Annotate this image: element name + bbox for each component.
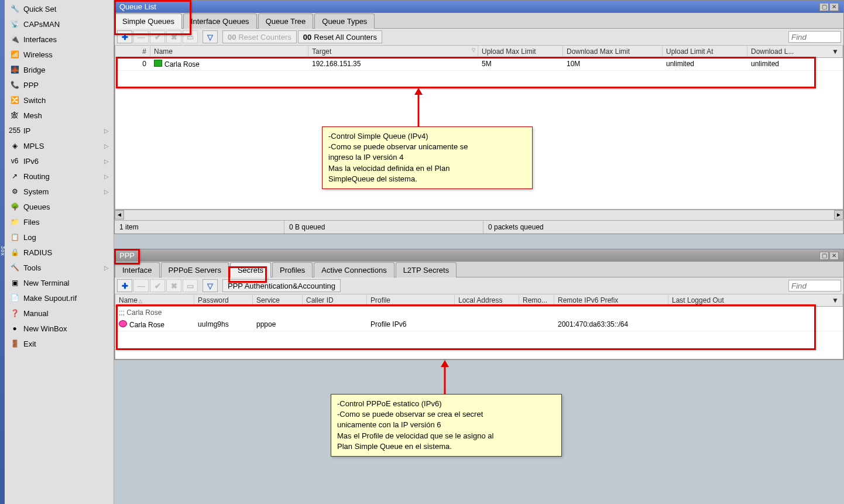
sidebar-item-queues[interactable]: 🌳Queues xyxy=(5,199,114,214)
col-service[interactable]: Service xyxy=(253,294,303,306)
enable-button[interactable]: ✔ xyxy=(150,279,165,292)
sidebar-item-label: Tools xyxy=(23,263,41,272)
tab-active-connections[interactable]: Active Connections xyxy=(314,262,394,277)
sidebar-item-ipv6[interactable]: v6IPv6▷ xyxy=(5,153,114,169)
col-caller[interactable]: Caller ID xyxy=(303,294,367,306)
tab-profiles[interactable]: Profiles xyxy=(272,262,313,277)
ppp-auth-button[interactable]: PPP Authentication&Accounting xyxy=(222,279,341,292)
menu-icon: ⚙ xyxy=(9,187,20,196)
tab-queue-types[interactable]: Queue Types xyxy=(314,13,375,29)
col-num[interactable]: # xyxy=(115,46,150,57)
sidebar-item-capsman[interactable]: 📡CAPsMAN xyxy=(5,16,114,32)
sidebar-item-exit[interactable]: 🚪Exit xyxy=(5,336,114,351)
sidebar-item-new-terminal[interactable]: ▣New Terminal xyxy=(5,275,114,290)
col-name[interactable]: Name xyxy=(150,46,308,57)
col-ipv6[interactable]: Remote IPv6 Prefix xyxy=(554,294,668,306)
arrow-icon xyxy=(439,360,451,394)
scroll-left-button[interactable]: ◄ xyxy=(115,210,124,220)
scroll-right-button[interactable]: ► xyxy=(834,210,843,220)
content-area: Queue List ▢ ✕ Simple QueuesInterface Qu… xyxy=(114,0,844,504)
reset-all-counters-button[interactable]: 00Reset All Counters xyxy=(298,30,382,43)
menu-icon: 📶 xyxy=(9,50,20,59)
sidebar-item-label: System xyxy=(23,187,49,196)
sidebar-item-ip[interactable]: 255IP▷ xyxy=(5,123,114,138)
col-dllim[interactable]: Download L...▼ xyxy=(747,46,843,57)
sidebar-item-bridge[interactable]: 🌉Bridge xyxy=(5,62,114,77)
comment-button[interactable]: ▭ xyxy=(183,30,198,43)
menu-icon: 🔌 xyxy=(9,35,20,44)
enable-button[interactable]: ✔ xyxy=(150,30,165,43)
submenu-arrow-icon: ▷ xyxy=(104,265,109,271)
col-logged[interactable]: Last Logged Out▼ xyxy=(668,294,843,306)
comment-button[interactable]: ▭ xyxy=(183,279,198,292)
tab-pppoe-servers[interactable]: PPPoE Servers xyxy=(161,262,229,277)
col-profile[interactable]: Profile xyxy=(367,294,455,306)
sidebar-item-wireless[interactable]: 📶Wireless xyxy=(5,47,114,62)
tab-interface[interactable]: Interface xyxy=(115,262,160,277)
sidebar-item-make-supout-rif[interactable]: 📄Make Supout.rif xyxy=(5,290,114,306)
queue-window-titlebar[interactable]: Queue List ▢ ✕ xyxy=(115,1,843,13)
minimize-button[interactable]: ▢ xyxy=(819,252,829,260)
sidebar-item-new-winbox[interactable]: ●New WinBox xyxy=(5,321,114,336)
tab-simple-queues[interactable]: Simple Queues xyxy=(115,13,182,29)
sidebar-item-label: Wireless xyxy=(23,50,53,59)
svg-marker-3 xyxy=(441,360,449,367)
sidebar-item-tools[interactable]: 🔨Tools▷ xyxy=(5,260,114,275)
col-password[interactable]: Password xyxy=(194,294,253,306)
submenu-arrow-icon: ▷ xyxy=(104,143,109,149)
col-remo[interactable]: Remo... xyxy=(519,294,554,306)
sidebar-item-quick-set[interactable]: 🔧Quick Set xyxy=(5,1,114,16)
ppp-find-input[interactable] xyxy=(788,280,841,292)
queue-row[interactable]: 0 Carla Rose 192.168.151.35 5M 10M unlim… xyxy=(115,58,843,71)
sidebar-item-mesh[interactable]: 🕸Mesh xyxy=(5,108,114,123)
queue-find-input[interactable] xyxy=(788,31,841,43)
tab-queue-tree[interactable]: Queue Tree xyxy=(258,13,314,29)
disable-button[interactable]: ✖ xyxy=(166,30,181,43)
sidebar-item-manual[interactable]: ❓Manual xyxy=(5,306,114,321)
status-items: 1 item xyxy=(115,221,284,234)
ppp-comment-row: ;;; Carla Rose xyxy=(115,307,843,318)
tab-interface-queues[interactable]: Interface Queues xyxy=(183,13,257,29)
reset-counters-button[interactable]: 00Reset Counters xyxy=(222,30,297,43)
queue-hscroll[interactable]: ◄ ► xyxy=(115,210,843,220)
disable-button[interactable]: ✖ xyxy=(166,279,181,292)
status-packets: 0 packets queued xyxy=(483,221,843,234)
sidebar-item-interfaces[interactable]: 🔌Interfaces xyxy=(5,32,114,47)
col-name[interactable]: Name△ xyxy=(115,294,194,306)
minimize-button[interactable]: ▢ xyxy=(819,3,829,11)
sidebar-item-radius[interactable]: 🔒RADIUS xyxy=(5,245,114,260)
remove-button[interactable]: — xyxy=(133,279,149,292)
sidebar-logo: 3ox xyxy=(0,0,5,504)
ppp-row[interactable]: Carla Rose uuImg9hs pppoe Profile IPv6 2… xyxy=(115,318,843,331)
close-button[interactable]: ✕ xyxy=(829,3,839,11)
menu-icon: 📁 xyxy=(9,217,20,227)
col-uplimat[interactable]: Upload Limit At xyxy=(663,46,747,57)
col-dnmax[interactable]: Download Max Limit xyxy=(563,46,663,57)
filter-button[interactable]: ▽ xyxy=(203,30,218,43)
sidebar-item-files[interactable]: 📁Files xyxy=(5,214,114,229)
annotation-ppp: -Control PPPoE estatico (IPv6) -Como se … xyxy=(331,394,562,457)
filter-button[interactable]: ▽ xyxy=(203,279,218,292)
col-target[interactable]: Target▽ xyxy=(308,46,478,57)
sidebar-item-routing[interactable]: ↗Routing▷ xyxy=(5,169,114,184)
tab-l2tp-secrets[interactable]: L2TP Secrets xyxy=(396,262,457,277)
queue-toolbar: ✚ — ✔ ✖ ▭ ▽ 00Reset Counters 00Reset All… xyxy=(115,29,843,46)
col-upmax[interactable]: Upload Max Limit xyxy=(478,46,563,57)
sidebar-item-label: Manual xyxy=(23,309,49,318)
close-button[interactable]: ✕ xyxy=(829,252,839,260)
sidebar-item-log[interactable]: 📋Log xyxy=(5,229,114,245)
sidebar-item-ppp[interactable]: 📞PPP xyxy=(5,77,114,92)
menu-icon: 📞 xyxy=(9,80,20,90)
menu-icon: 🕸 xyxy=(9,111,20,120)
sidebar-item-system[interactable]: ⚙System▷ xyxy=(5,184,114,199)
ppp-window-titlebar[interactable]: PPP ▢ ✕ xyxy=(115,249,843,262)
arrow-icon xyxy=(413,88,424,126)
add-button[interactable]: ✚ xyxy=(117,30,132,43)
tab-secrets[interactable]: Secrets xyxy=(230,262,271,277)
sidebar-item-switch[interactable]: 🔀Switch xyxy=(5,92,114,108)
remove-button[interactable]: — xyxy=(133,30,149,43)
col-local[interactable]: Local Address xyxy=(455,294,519,306)
sidebar-item-label: Switch xyxy=(23,96,46,105)
add-button[interactable]: ✚ xyxy=(117,279,132,292)
sidebar-item-mpls[interactable]: ◈MPLS▷ xyxy=(5,138,114,153)
